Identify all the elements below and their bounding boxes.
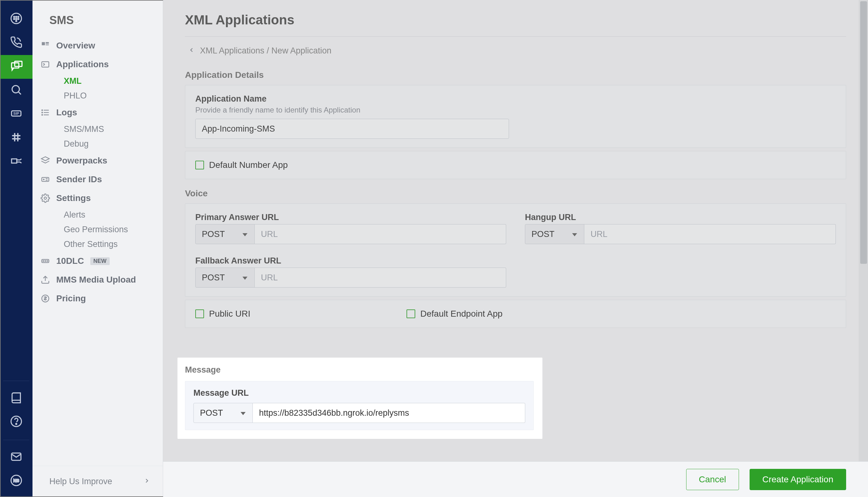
dashboard-icon	[41, 41, 50, 50]
upload-icon	[41, 275, 50, 284]
rail-docs-icon[interactable]	[0, 387, 32, 410]
nav-label: Logs	[56, 108, 77, 117]
breadcrumb[interactable]: XML Applications / New Application	[185, 37, 846, 64]
panel-app-name: Application Name Provide a friendly name…	[185, 85, 846, 148]
svg-rect-18	[12, 159, 17, 163]
svg-point-32	[42, 112, 43, 113]
public-uri-checkbox[interactable]	[195, 310, 204, 318]
svg-point-42	[45, 261, 46, 261]
bottom-bar: Cancel Create Application	[163, 462, 868, 497]
nav-smsmms[interactable]: SMS/MMS	[41, 122, 155, 137]
nav-label: Pricing	[56, 294, 86, 303]
nav-logs[interactable]: Logs	[41, 103, 155, 122]
svg-text:NS: NS	[13, 478, 19, 483]
svg-point-3	[18, 16, 19, 17]
rail-zentrunk-icon[interactable]	[0, 150, 32, 174]
svg-rect-8	[12, 63, 19, 68]
nav-senderids[interactable]: Sender IDs	[41, 170, 155, 189]
rail-voice-icon[interactable]	[0, 31, 32, 55]
svg-point-43	[47, 261, 48, 261]
help-improve-label: Help Us Improve	[49, 477, 112, 486]
nav-label: Applications	[56, 59, 109, 69]
nav-settings[interactable]: Settings	[41, 189, 155, 208]
message-url-label: Message URL	[193, 388, 525, 398]
nav-label: 10DLC	[56, 256, 84, 266]
nav-applications[interactable]: Applications	[41, 55, 155, 74]
rail-support-icon[interactable]	[0, 410, 32, 434]
svg-rect-26	[46, 44, 49, 45]
hangup-method-select[interactable]: POST	[525, 224, 584, 244]
message-label: Message	[185, 365, 534, 377]
nav-label: Sender IDs	[56, 174, 102, 184]
panel-voice-urls: Primary Answer URL POST Fallback Answer …	[185, 203, 846, 297]
appname-input[interactable]	[195, 119, 509, 139]
nav-other[interactable]: Other Settings	[41, 237, 155, 252]
svg-point-39	[44, 197, 46, 199]
rail-account-icon[interactable]: NS	[0, 469, 32, 493]
hangup-url-input[interactable]	[584, 224, 836, 244]
rail-messaging-icon[interactable]	[0, 55, 32, 79]
rail-sip-icon[interactable]: SIP	[0, 102, 32, 126]
help-improve[interactable]: Help Us Improve	[32, 466, 163, 497]
nav-alerts[interactable]: Alerts	[41, 208, 155, 222]
nav-phlo[interactable]: PHLO	[41, 88, 155, 103]
svg-point-7	[16, 20, 17, 21]
nav-overview[interactable]: Overview	[41, 36, 155, 55]
primary-url-input[interactable]	[255, 224, 506, 244]
message-method-select[interactable]: POST	[193, 403, 253, 423]
tendlc-icon	[41, 256, 50, 266]
badge-new: NEW	[90, 257, 110, 265]
nav-10dlc[interactable]: 10DLC NEW	[41, 252, 155, 270]
gear-icon	[41, 194, 50, 203]
sidebar-title: SMS	[32, 0, 163, 36]
nav-powerpacks[interactable]: Powerpacks	[41, 151, 155, 170]
list-icon	[41, 108, 50, 117]
id-icon	[41, 175, 50, 184]
hangup-url-label: Hangup URL	[525, 213, 836, 222]
default-endpoint-checkbox[interactable]	[406, 310, 415, 318]
svg-point-31	[42, 110, 43, 111]
primary-method-select[interactable]: POST	[195, 224, 255, 244]
svg-point-41	[43, 261, 44, 261]
svg-rect-25	[46, 42, 49, 44]
rail-numbers-icon[interactable]	[0, 126, 32, 150]
svg-text:SIP: SIP	[13, 111, 19, 115]
nav-label: MMS Media Upload	[56, 275, 136, 285]
svg-point-6	[18, 18, 19, 19]
chevron-left-icon	[188, 46, 195, 56]
svg-rect-35	[42, 178, 49, 182]
svg-rect-24	[42, 42, 45, 45]
message-highlight-card: Message Message URL POST	[177, 358, 542, 439]
nav-label: Overview	[56, 41, 95, 51]
create-button[interactable]: Create Application	[750, 469, 846, 490]
nav-label: Powerpacks	[56, 156, 107, 166]
default-number-label: Default Number App	[209, 160, 288, 170]
fallback-method-select[interactable]: POST	[195, 268, 255, 287]
sidebar: SMS Overview Applications XML PHLO Logs …	[32, 0, 163, 497]
rail-lookup-icon[interactable]	[0, 79, 32, 102]
cancel-button[interactable]: Cancel	[686, 469, 739, 490]
fallback-url-label: Fallback Answer URL	[195, 256, 506, 266]
message-url-input[interactable]	[253, 403, 525, 423]
nav-label: Settings	[56, 193, 91, 203]
nav-geo[interactable]: Geo Permissions	[41, 222, 155, 237]
nav-mms-upload[interactable]: MMS Media Upload	[41, 270, 155, 289]
svg-point-20	[16, 423, 17, 424]
page-title: XML Applications	[185, 13, 846, 37]
nav-debug[interactable]: Debug	[41, 137, 155, 151]
fallback-url-input[interactable]	[255, 268, 506, 287]
default-number-checkbox[interactable]	[195, 161, 204, 169]
public-uri-label: Public URI	[209, 309, 250, 319]
svg-point-4	[14, 18, 15, 19]
nav-xml[interactable]: XML	[41, 74, 155, 88]
rail-mail-icon[interactable]	[0, 446, 32, 469]
default-endpoint-label: Default Endpoint App	[420, 309, 503, 319]
appname-label: Application Name	[195, 94, 836, 104]
rail-dialpad-icon[interactable]	[0, 8, 32, 31]
layers-icon	[41, 156, 50, 165]
appname-help: Provide a friendly name to identify this…	[195, 106, 836, 114]
terminal-icon	[41, 60, 50, 69]
primary-url-label: Primary Answer URL	[195, 213, 506, 222]
nav-pricing[interactable]: Pricing	[41, 289, 155, 308]
svg-point-2	[16, 16, 17, 17]
